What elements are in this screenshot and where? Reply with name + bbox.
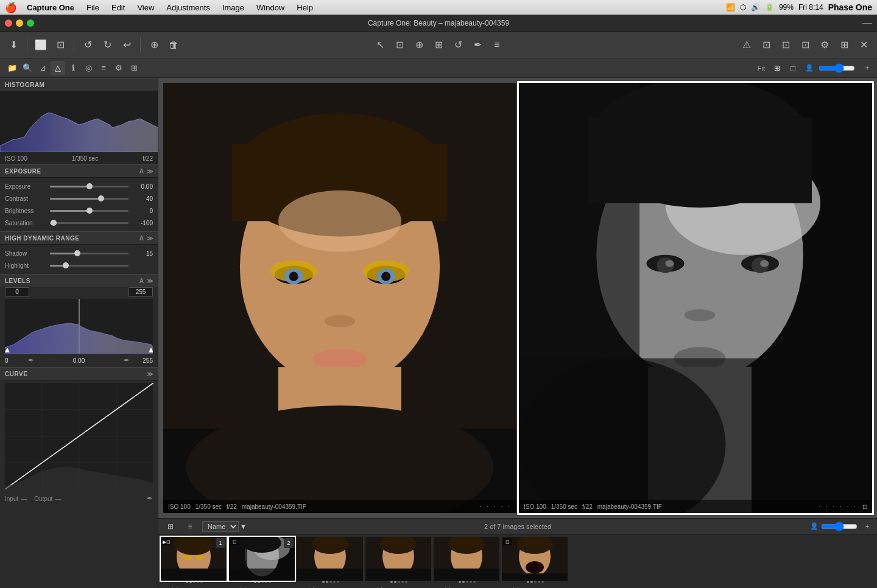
alert-button[interactable]: ⚠ (738, 37, 755, 54)
tab-adjustments[interactable]: △ (51, 61, 65, 75)
hdr-more[interactable]: ≫ (147, 235, 153, 242)
image-container-color[interactable]: ISO 100 1/350 sec f/22 majabeauty-004359… (163, 83, 516, 513)
levels-auto[interactable]: A (139, 278, 144, 284)
levels-eyedrop-mid[interactable]: ✒ (124, 356, 130, 365)
svg-point-42 (665, 260, 674, 267)
contrast-slider-track[interactable] (50, 198, 129, 200)
export-button[interactable]: ⊡ (758, 37, 775, 54)
adjustments-menu[interactable]: Adjustments (164, 3, 213, 12)
highlight-slider-track[interactable] (50, 265, 129, 267)
filmstrip-grid-btn[interactable]: ⊞ (163, 519, 178, 534)
tab-settings2[interactable]: ⚙ (111, 61, 126, 75)
person-icon: 👤 (805, 64, 814, 72)
highlight-thumb[interactable] (63, 262, 69, 268)
contrast-thumb[interactable] (98, 195, 104, 201)
thumb-5[interactable]: majabeauty-004475.TIF (434, 537, 501, 588)
filmstrip-list-btn[interactable]: ≡ (183, 519, 197, 534)
saturation-slider-track[interactable] (50, 222, 129, 224)
help-menu[interactable]: Help (294, 3, 315, 12)
image-menu[interactable]: Image (220, 3, 247, 12)
copy-button[interactable]: ⊕ (146, 37, 163, 54)
filmstrip-zoom[interactable] (821, 522, 858, 531)
import-button[interactable]: ⬇ (5, 37, 22, 54)
levels-header[interactable]: LEVELS A ≫ (0, 274, 158, 287)
thumb-img-6[interactable]: ⊡ (502, 537, 568, 581)
cursor-tool[interactable]: ↖ (372, 37, 389, 54)
levels-input-black[interactable] (5, 287, 29, 296)
tab-search[interactable]: 🔍 (20, 61, 35, 75)
thumb-4[interactable]: majabeauty-004450.TIF (365, 537, 432, 588)
rotate-tool[interactable]: ↺ (449, 37, 467, 54)
levels-input-white[interactable] (129, 287, 153, 296)
undo-button[interactable]: ↺ (79, 37, 96, 54)
crop-tool[interactable]: ⊞ (430, 37, 447, 54)
tab-filter[interactable]: ⊿ (35, 61, 50, 75)
view-finder-button[interactable]: ⊡ (52, 37, 69, 54)
levels-more[interactable]: ≫ (147, 278, 153, 284)
panel-button[interactable]: ⊞ (836, 37, 853, 54)
capture-button[interactable]: ⬜ (32, 37, 49, 54)
brush-tool[interactable]: ≡ (488, 37, 505, 54)
close-button[interactable] (5, 19, 12, 27)
image-container-bw[interactable]: ISO 100 1/350 sec f/22 majabeauty-004359… (519, 83, 872, 513)
exposure-more[interactable]: ≫ (147, 168, 153, 175)
thumb-img-4[interactable] (365, 537, 431, 581)
tab-color[interactable]: ◎ (81, 61, 96, 75)
curve-eyedrop[interactable]: ✒ (147, 494, 153, 503)
zoom-tool[interactable]: ⊕ (410, 37, 428, 54)
brightness-thumb[interactable] (86, 208, 93, 214)
zoom-in-button[interactable]: + (860, 61, 875, 75)
settings-button[interactable]: ⚙ (816, 37, 833, 54)
window-menu[interactable]: Window (254, 3, 287, 12)
minimize-button[interactable] (16, 19, 23, 27)
select-tool[interactable]: ⊡ (391, 37, 408, 54)
curve-area[interactable] (5, 383, 153, 489)
curve-header[interactable]: CURVE ≫ (0, 367, 158, 380)
tab-info[interactable]: ℹ (66, 61, 80, 75)
filmstrip-zoom-in[interactable]: + (860, 519, 875, 534)
hdr-header[interactable]: HIGH DYNAMIC RANGE A ≫ (0, 231, 158, 245)
thumb-img-2[interactable]: 2 ⊡ (229, 537, 295, 581)
tab-metadata[interactable]: ≡ (96, 61, 111, 75)
close-panel-button[interactable]: ✕ (855, 37, 872, 54)
thumb-3[interactable]: majabeauty-004410.TIF (297, 537, 364, 588)
process-button[interactable]: ⊡ (797, 37, 814, 54)
hdr-auto[interactable]: A (139, 235, 144, 242)
apple-logo[interactable]: 🍎 (5, 2, 17, 13)
pen-tool[interactable]: ✒ (469, 37, 486, 54)
redo-button[interactable]: ↻ (99, 37, 116, 54)
exposure-thumb[interactable] (86, 183, 93, 189)
reset-button[interactable]: ↩ (118, 37, 135, 54)
curve-more[interactable]: ≫ (147, 371, 153, 377)
sort-select[interactable]: Name (202, 521, 239, 532)
thumb-1[interactable]: 1 ▶⊡ majabeauty-004359.TIF (161, 537, 228, 588)
thumb-img-1[interactable]: 1 ▶⊡ (161, 537, 227, 581)
thumb-2[interactable]: 2 ⊡ majabeauty-004389.TIF (229, 537, 296, 588)
edit-menu[interactable]: Edit (109, 3, 127, 12)
thumb-6[interactable]: ⊡ majabeauty-004503.TIF (502, 537, 569, 588)
shadow-value: 15 (131, 250, 153, 257)
saturation-thumb[interactable] (51, 220, 57, 226)
exposure-auto[interactable]: A (139, 168, 144, 175)
grid-view-button[interactable]: ⊞ (770, 61, 784, 75)
zoom-slider[interactable] (819, 63, 855, 73)
view-menu[interactable]: View (135, 3, 157, 12)
single-view-button[interactable]: ◻ (786, 61, 800, 75)
fullscreen-button[interactable] (27, 19, 34, 27)
tab-folder[interactable]: 📁 (5, 61, 19, 75)
histogram-header[interactable]: HISTOGRAM (0, 78, 158, 91)
shadow-slider-track[interactable] (50, 253, 129, 254)
exposure-header[interactable]: EXPOSURE A ≫ (0, 164, 158, 178)
brightness-slider-track[interactable] (50, 210, 129, 212)
thumb-svg-5 (434, 537, 499, 581)
levels-eyedrop-black[interactable]: ✒ (28, 356, 34, 365)
exposure-slider-track[interactable] (50, 186, 129, 187)
tab-extra[interactable]: ⊞ (127, 61, 141, 75)
thumb-img-5[interactable] (434, 537, 499, 581)
delete-button[interactable]: 🗑 (165, 37, 182, 54)
shadow-thumb[interactable] (74, 250, 80, 256)
app-name-menu[interactable]: Capture One (24, 3, 77, 12)
thumb-img-3[interactable] (297, 537, 363, 581)
file-menu[interactable]: File (84, 3, 102, 12)
print-button[interactable]: ⊡ (777, 37, 794, 54)
